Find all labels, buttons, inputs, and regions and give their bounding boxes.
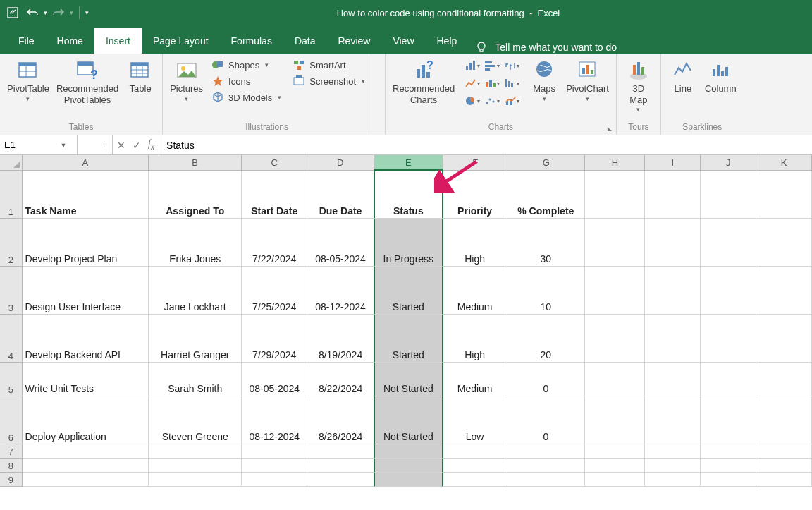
cell[interactable]: Started — [374, 267, 443, 315]
cell[interactable]: Jane Lockhart — [149, 267, 242, 315]
cell[interactable]: 08-12-2024 — [307, 267, 374, 315]
col-header-F[interactable]: F — [443, 155, 508, 170]
cell[interactable] — [756, 459, 812, 473]
col-header-B[interactable]: B — [149, 155, 242, 170]
col-header-E[interactable]: E — [374, 155, 444, 170]
cell[interactable] — [374, 444, 443, 459]
cell[interactable] — [756, 396, 812, 444]
tab-insert[interactable]: Insert — [94, 28, 142, 54]
screenshot-button[interactable]: Screenshot▾ — [291, 74, 367, 88]
cell[interactable] — [585, 396, 645, 444]
cell[interactable] — [756, 267, 812, 315]
cell[interactable] — [443, 444, 508, 459]
icons-button[interactable]: Icons — [210, 74, 283, 88]
tab-home[interactable]: Home — [46, 28, 94, 54]
tab-formulas[interactable]: Formulas — [220, 28, 283, 54]
col-header-I[interactable]: I — [645, 155, 701, 170]
cell[interactable]: Design User Interface — [23, 267, 149, 315]
cell[interactable] — [585, 267, 645, 315]
chart-pie-button[interactable]: ▾ — [463, 93, 481, 109]
sparkline-column-button[interactable]: Column — [702, 58, 739, 96]
cell[interactable] — [443, 459, 508, 473]
col-header-J[interactable]: J — [701, 155, 756, 170]
cell[interactable]: 30 — [508, 219, 586, 267]
cell[interactable]: Due Date — [307, 171, 374, 219]
cell[interactable] — [645, 219, 701, 267]
row-header[interactable]: 6 — [0, 396, 23, 444]
recommended-charts-button[interactable]: ? Recommended Charts — [390, 58, 457, 107]
table-button[interactable]: Table — [123, 58, 158, 96]
chart-hbar-button[interactable]: ▾ — [483, 58, 501, 73]
cell[interactable]: % Complete — [508, 171, 586, 219]
cell[interactable] — [23, 459, 149, 473]
cell[interactable]: Not Started — [374, 363, 443, 396]
chart-area-button[interactable]: ▾ — [483, 75, 501, 91]
cell[interactable] — [645, 459, 701, 473]
cell[interactable]: Erika Jones — [149, 219, 242, 267]
cell[interactable]: Develop Backend API — [23, 315, 149, 363]
cell[interactable] — [645, 267, 701, 315]
tab-view[interactable]: View — [381, 28, 425, 54]
cell[interactable] — [756, 444, 812, 459]
row-header[interactable]: 9 — [0, 473, 23, 487]
cell[interactable] — [307, 473, 374, 487]
cell[interactable]: Develop Project Plan — [23, 219, 149, 267]
cell[interactable] — [374, 459, 443, 473]
cell[interactable]: High — [443, 315, 508, 363]
smartart-button[interactable]: SmartArt — [291, 58, 367, 72]
tab-help[interactable]: Help — [426, 28, 469, 54]
chart-stock-button[interactable]: ▾ — [503, 58, 521, 73]
cell[interactable] — [701, 396, 756, 444]
cell[interactable] — [242, 459, 307, 473]
cell[interactable]: Deploy Application — [23, 396, 149, 444]
chart-bar-button[interactable]: ▾ — [463, 58, 481, 73]
cell[interactable]: 7/25/2024 — [242, 267, 307, 315]
row-header[interactable]: 2 — [0, 219, 23, 267]
cell[interactable] — [701, 171, 756, 219]
cell[interactable]: Medium — [443, 363, 508, 396]
recommended-pivot-button[interactable]: ? Recommended PivotTables — [54, 58, 121, 107]
cell[interactable] — [756, 219, 812, 267]
cell[interactable] — [23, 444, 149, 459]
formula-input[interactable] — [159, 135, 812, 154]
cell[interactable]: 7/29/2024 — [242, 315, 307, 363]
cell[interactable]: Priority — [443, 171, 508, 219]
cell[interactable] — [756, 473, 812, 487]
cell[interactable] — [508, 459, 586, 473]
cell[interactable] — [701, 267, 756, 315]
cell[interactable]: Harriet Granger — [149, 315, 242, 363]
cell[interactable] — [585, 219, 645, 267]
chart-line-button[interactable]: ▾ — [463, 75, 481, 91]
enter-icon[interactable]: ✓ — [133, 140, 141, 151]
row-header[interactable]: 1 — [0, 171, 23, 219]
cell[interactable] — [701, 363, 756, 396]
cell[interactable] — [585, 315, 645, 363]
col-header-G[interactable]: G — [508, 155, 585, 170]
cell[interactable]: 20 — [508, 315, 586, 363]
cell[interactable]: 7/22/2024 — [242, 219, 307, 267]
fx-icon[interactable]: fx — [148, 138, 154, 152]
cell[interactable]: Status — [374, 170, 443, 219]
cell[interactable] — [242, 473, 307, 487]
cell[interactable] — [585, 473, 645, 487]
cell[interactable]: Not Started — [374, 396, 443, 444]
row-header[interactable]: 7 — [0, 444, 23, 459]
chart-hist-button[interactable]: ▾ — [503, 75, 521, 91]
cell[interactable]: 0 — [508, 396, 586, 444]
cell[interactable] — [149, 459, 242, 473]
undo-button[interactable] — [24, 4, 41, 21]
row-header[interactable]: 5 — [0, 363, 23, 396]
cell[interactable]: 8/19/2024 — [307, 315, 374, 363]
cancel-icon[interactable]: ✕ — [117, 140, 125, 151]
3d-models-button[interactable]: 3D Models▾ — [210, 90, 283, 104]
cell[interactable] — [149, 444, 242, 459]
cell[interactable] — [374, 473, 443, 487]
tab-review[interactable]: Review — [327, 28, 382, 54]
cell[interactable]: 08-05-2024 — [307, 219, 374, 267]
cell[interactable]: 8/22/2024 — [307, 363, 374, 396]
cell[interactable] — [701, 219, 756, 267]
cell[interactable] — [242, 444, 307, 459]
cell[interactable] — [645, 473, 701, 487]
namebox-resize[interactable]: ⋮ — [78, 135, 113, 154]
col-header-C[interactable]: C — [242, 155, 307, 170]
